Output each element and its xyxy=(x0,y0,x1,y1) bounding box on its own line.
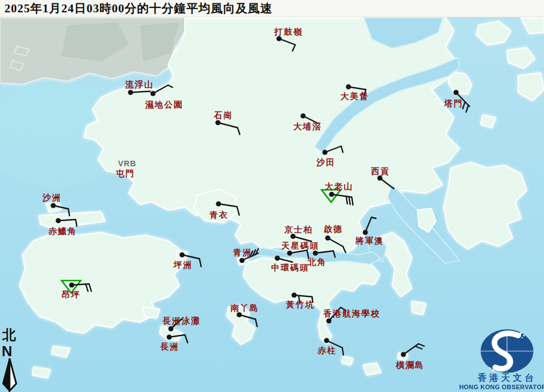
station-dot xyxy=(287,250,292,255)
station-dot xyxy=(324,338,329,343)
station-label-kings-park: 京士柏 xyxy=(284,225,313,234)
hko-logo-name-chinese: 香港天文台 xyxy=(477,372,537,382)
map-canvas: 打鼓嶺流浮山濕地公園石崗大美督塔門大埔滘沙田VRB屯門西貢大老山沙洲赤鱲角青衣京… xyxy=(0,0,544,392)
south-islet xyxy=(342,356,353,365)
station-label-tai-po-kau: 大埔滘 xyxy=(294,122,322,131)
station-dot xyxy=(453,90,458,95)
station-dot xyxy=(291,292,296,297)
station-label-cheung-chau: 長洲 xyxy=(160,342,179,351)
station-label-tai-mei-tuk: 大美督 xyxy=(341,91,369,101)
station-dot xyxy=(329,192,334,197)
station-label-tates-cairn: 大老山 xyxy=(325,182,354,191)
station-dot xyxy=(50,203,55,208)
tung-lung-island xyxy=(412,301,426,315)
station-dot xyxy=(276,36,281,41)
station-label-sha-chau: 沙洲 xyxy=(42,193,62,202)
station-label-green-island: 青洲 xyxy=(233,248,252,257)
station-label-kai-tak: 啟德 xyxy=(323,225,343,234)
station-dot xyxy=(166,334,171,339)
wind-map-page: 打鼓嶺流浮山濕地公園石崗大美督塔門大埔滘沙田VRB屯門西貢大老山沙洲赤鱲角青衣京… xyxy=(0,0,544,392)
station-dot xyxy=(377,175,382,180)
station-label-lamma-island: 南丫島 xyxy=(230,304,259,312)
station-dot xyxy=(326,318,331,323)
station-label-chek-lap-kok: 赤鱲角 xyxy=(48,227,77,236)
station-dot xyxy=(128,90,133,95)
station-dot xyxy=(69,282,74,287)
station-label-ta-kwu-ling: 打鼓嶺 xyxy=(274,27,303,36)
station-label-stanley: 赤柱 xyxy=(317,346,337,355)
station-dot xyxy=(346,84,351,89)
station-dot xyxy=(239,258,244,263)
compass-hanzi-north: 北 xyxy=(2,328,16,342)
hko-logo-name-english: HONG KONG OBSERVATORY xyxy=(459,384,544,390)
station-dot xyxy=(179,252,184,257)
station-label-peng-chau: 坪洲 xyxy=(173,260,193,269)
station-label-tap-mun: 塔門 xyxy=(444,99,463,108)
station-label-ngong-ping: 昂坪 xyxy=(62,290,81,299)
station-label-sha-tin: 沙田 xyxy=(316,158,336,167)
map-title: 2025年1月24日03時00分的十分鐘平均風向及風速 xyxy=(0,0,544,17)
station-label-wetland-park: 濕地公園 xyxy=(145,100,183,109)
variable-wind-label: VRB xyxy=(118,159,137,168)
station-label-tseung-kwan-o: 將軍澳 xyxy=(355,236,384,245)
station-label-hk-sea-school: 香港航海學校 xyxy=(323,309,380,318)
station-dot xyxy=(401,352,406,357)
station-dot xyxy=(216,201,221,206)
station-dot xyxy=(150,91,155,96)
station-label-waglan-island: 橫瀾島 xyxy=(396,361,425,370)
station-dot xyxy=(168,326,173,331)
station-label-tuen-mun: 屯門 xyxy=(115,169,135,178)
station-dot xyxy=(215,120,220,125)
station-label-sai-kung: 西貢 xyxy=(371,167,390,176)
station-label-star-ferry: 天星碼頭 xyxy=(281,241,319,250)
station-label-tsing-yi: 青衣 xyxy=(209,210,229,220)
station-dot xyxy=(300,113,305,118)
station-label-shek-kong: 石崗 xyxy=(213,111,233,120)
station-dot xyxy=(325,235,330,240)
station-label-lau-fau-shan: 流浮山 xyxy=(125,80,154,89)
station-dot xyxy=(322,150,327,155)
station-dot xyxy=(313,250,318,255)
hei-ling-chau-islet xyxy=(143,307,160,318)
station-label-wong-chuk-hang: 黃竹坑 xyxy=(286,300,315,309)
station-dot xyxy=(236,312,241,317)
station-label-north-point: 北角 xyxy=(307,258,327,267)
compass-letter-n: N xyxy=(2,343,12,360)
station-label-cheung-chau-beach: 長洲泳灘 xyxy=(162,316,201,325)
station-label-central-pier: 中環碼頭 xyxy=(271,263,309,272)
station-dot xyxy=(275,255,280,260)
station-dot xyxy=(362,230,368,235)
station-dot xyxy=(290,234,295,239)
station-dot xyxy=(55,218,61,223)
